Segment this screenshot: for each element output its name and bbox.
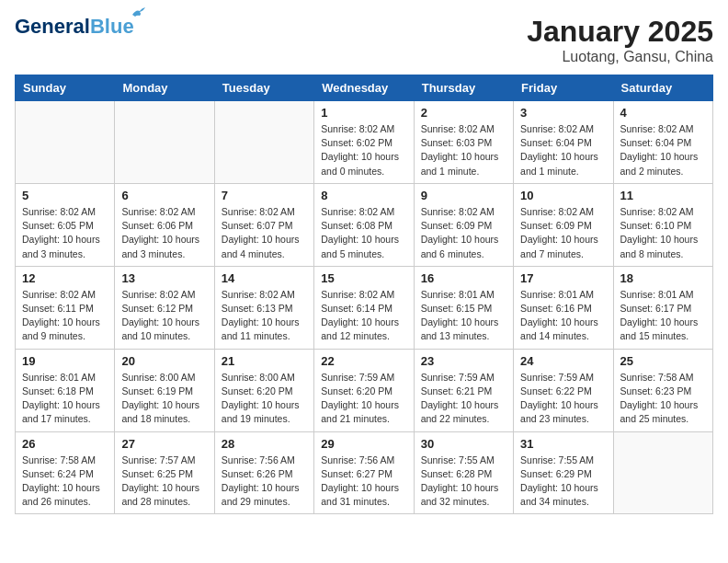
calendar-day-cell: 13Sunrise: 8:02 AMSunset: 6:12 PMDayligh… bbox=[115, 266, 214, 349]
day-number: 11 bbox=[620, 189, 706, 202]
weekday-header-thursday: Thursday bbox=[414, 75, 513, 101]
day-number: 25 bbox=[620, 354, 706, 368]
calendar-day-cell bbox=[16, 101, 115, 184]
calendar-table: SundayMondayTuesdayWednesdayThursdayFrid… bbox=[15, 75, 713, 514]
day-info: Sunrise: 8:02 AMSunset: 6:10 PMDaylight:… bbox=[620, 205, 706, 261]
day-info: Sunrise: 8:02 AMSunset: 6:02 PMDaylight:… bbox=[321, 122, 406, 178]
calendar-day-cell: 27Sunrise: 7:57 AMSunset: 6:25 PMDayligh… bbox=[115, 431, 214, 514]
day-info: Sunrise: 8:01 AMSunset: 6:15 PMDaylight:… bbox=[421, 288, 506, 344]
day-number: 28 bbox=[222, 437, 307, 451]
day-info: Sunrise: 7:59 AMSunset: 6:21 PMDaylight:… bbox=[421, 371, 506, 427]
calendar-day-cell bbox=[115, 101, 214, 184]
calendar-day-cell: 17Sunrise: 8:01 AMSunset: 6:16 PMDayligh… bbox=[514, 266, 613, 349]
day-number: 17 bbox=[520, 271, 606, 285]
day-info: Sunrise: 8:00 AMSunset: 6:20 PMDaylight:… bbox=[222, 371, 307, 427]
day-number: 4 bbox=[620, 106, 706, 120]
calendar-day-cell: 3Sunrise: 8:02 AMSunset: 6:04 PMDaylight… bbox=[514, 101, 613, 184]
day-info: Sunrise: 8:02 AMSunset: 6:05 PMDaylight:… bbox=[22, 205, 108, 261]
day-info: Sunrise: 8:02 AMSunset: 6:09 PMDaylight:… bbox=[520, 205, 606, 261]
day-number: 8 bbox=[321, 189, 406, 202]
day-number: 21 bbox=[222, 354, 307, 368]
day-info: Sunrise: 7:59 AMSunset: 6:20 PMDaylight:… bbox=[321, 371, 406, 427]
calendar-week-row: 1Sunrise: 8:02 AMSunset: 6:02 PMDaylight… bbox=[16, 101, 713, 184]
calendar-day-cell: 24Sunrise: 7:59 AMSunset: 6:22 PMDayligh… bbox=[514, 349, 613, 431]
day-number: 13 bbox=[121, 271, 207, 285]
calendar-week-row: 5Sunrise: 8:02 AMSunset: 6:05 PMDaylight… bbox=[16, 183, 713, 266]
calendar-day-cell: 25Sunrise: 7:58 AMSunset: 6:23 PMDayligh… bbox=[613, 349, 712, 431]
day-number: 18 bbox=[620, 271, 706, 285]
day-number: 24 bbox=[520, 354, 606, 368]
calendar-subtitle: Luotang, Gansu, China bbox=[527, 49, 713, 65]
day-number: 3 bbox=[520, 106, 606, 120]
day-info: Sunrise: 8:02 AMSunset: 6:13 PMDaylight:… bbox=[222, 288, 307, 344]
day-info: Sunrise: 7:58 AMSunset: 6:23 PMDaylight:… bbox=[620, 371, 706, 427]
day-number: 30 bbox=[421, 437, 506, 451]
calendar-day-cell: 10Sunrise: 8:02 AMSunset: 6:09 PMDayligh… bbox=[514, 183, 613, 266]
day-info: Sunrise: 8:02 AMSunset: 6:07 PMDaylight:… bbox=[222, 205, 307, 261]
day-number: 20 bbox=[121, 354, 207, 368]
day-number: 22 bbox=[321, 354, 406, 368]
day-info: Sunrise: 7:58 AMSunset: 6:24 PMDaylight:… bbox=[22, 454, 108, 510]
day-number: 5 bbox=[22, 189, 108, 202]
day-info: Sunrise: 8:02 AMSunset: 6:09 PMDaylight:… bbox=[421, 205, 506, 261]
day-number: 26 bbox=[22, 437, 108, 451]
weekday-header-friday: Friday bbox=[514, 75, 613, 101]
day-info: Sunrise: 8:00 AMSunset: 6:19 PMDaylight:… bbox=[121, 371, 207, 427]
title-block: January 2025 Luotang, Gansu, China bbox=[527, 15, 713, 65]
day-number: 27 bbox=[121, 437, 207, 451]
calendar-day-cell: 6Sunrise: 8:02 AMSunset: 6:06 PMDaylight… bbox=[115, 183, 214, 266]
calendar-day-cell: 12Sunrise: 8:02 AMSunset: 6:11 PMDayligh… bbox=[16, 266, 115, 349]
day-number: 16 bbox=[421, 271, 506, 285]
page-header: GeneralBlue January 2025 Luotang, Gansu,… bbox=[15, 15, 713, 65]
day-number: 29 bbox=[321, 437, 406, 451]
day-info: Sunrise: 8:02 AMSunset: 6:04 PMDaylight:… bbox=[520, 122, 606, 178]
calendar-day-cell: 26Sunrise: 7:58 AMSunset: 6:24 PMDayligh… bbox=[16, 431, 115, 514]
day-number: 9 bbox=[421, 189, 506, 202]
calendar-day-cell: 30Sunrise: 7:55 AMSunset: 6:28 PMDayligh… bbox=[414, 431, 513, 514]
day-info: Sunrise: 7:57 AMSunset: 6:25 PMDaylight:… bbox=[121, 454, 207, 510]
calendar-day-cell: 23Sunrise: 7:59 AMSunset: 6:21 PMDayligh… bbox=[414, 349, 513, 431]
calendar-day-cell: 16Sunrise: 8:01 AMSunset: 6:15 PMDayligh… bbox=[414, 266, 513, 349]
weekday-header-monday: Monday bbox=[115, 75, 214, 101]
logo-general-text: General bbox=[15, 15, 90, 38]
calendar-day-cell: 4Sunrise: 8:02 AMSunset: 6:04 PMDaylight… bbox=[613, 101, 712, 184]
calendar-day-cell: 8Sunrise: 8:02 AMSunset: 6:08 PMDaylight… bbox=[314, 183, 414, 266]
day-number: 2 bbox=[421, 106, 506, 120]
calendar-day-cell: 15Sunrise: 8:02 AMSunset: 6:14 PMDayligh… bbox=[314, 266, 414, 349]
day-info: Sunrise: 8:01 AMSunset: 6:18 PMDaylight:… bbox=[22, 371, 108, 427]
calendar-day-cell: 22Sunrise: 7:59 AMSunset: 6:20 PMDayligh… bbox=[314, 349, 414, 431]
day-number: 6 bbox=[121, 189, 207, 202]
calendar-day-cell: 31Sunrise: 7:55 AMSunset: 6:29 PMDayligh… bbox=[514, 431, 613, 514]
weekday-header-wednesday: Wednesday bbox=[314, 75, 414, 101]
calendar-day-cell: 18Sunrise: 8:01 AMSunset: 6:17 PMDayligh… bbox=[613, 266, 712, 349]
calendar-day-cell: 2Sunrise: 8:02 AMSunset: 6:03 PMDaylight… bbox=[414, 101, 513, 184]
day-info: Sunrise: 7:56 AMSunset: 6:26 PMDaylight:… bbox=[222, 454, 307, 510]
calendar-week-row: 12Sunrise: 8:02 AMSunset: 6:11 PMDayligh… bbox=[16, 266, 713, 349]
weekday-header-tuesday: Tuesday bbox=[214, 75, 313, 101]
day-info: Sunrise: 8:01 AMSunset: 6:17 PMDaylight:… bbox=[620, 288, 706, 344]
calendar-day-cell: 11Sunrise: 8:02 AMSunset: 6:10 PMDayligh… bbox=[613, 183, 712, 266]
day-info: Sunrise: 8:02 AMSunset: 6:11 PMDaylight:… bbox=[22, 288, 108, 344]
calendar-day-cell: 29Sunrise: 7:56 AMSunset: 6:27 PMDayligh… bbox=[314, 431, 414, 514]
weekday-header-row: SundayMondayTuesdayWednesdayThursdayFrid… bbox=[16, 75, 713, 101]
day-info: Sunrise: 8:02 AMSunset: 6:03 PMDaylight:… bbox=[421, 122, 506, 178]
calendar-day-cell: 19Sunrise: 8:01 AMSunset: 6:18 PMDayligh… bbox=[16, 349, 115, 431]
day-number: 23 bbox=[421, 354, 506, 368]
calendar-week-row: 26Sunrise: 7:58 AMSunset: 6:24 PMDayligh… bbox=[16, 431, 713, 514]
day-info: Sunrise: 7:56 AMSunset: 6:27 PMDaylight:… bbox=[321, 454, 406, 510]
logo-bird-icon bbox=[131, 7, 147, 20]
day-info: Sunrise: 8:02 AMSunset: 6:14 PMDaylight:… bbox=[321, 288, 406, 344]
day-info: Sunrise: 8:02 AMSunset: 6:04 PMDaylight:… bbox=[620, 122, 706, 178]
day-number: 7 bbox=[222, 189, 307, 202]
day-info: Sunrise: 8:02 AMSunset: 6:08 PMDaylight:… bbox=[321, 205, 406, 261]
calendar-day-cell: 5Sunrise: 8:02 AMSunset: 6:05 PMDaylight… bbox=[16, 183, 115, 266]
day-info: Sunrise: 7:55 AMSunset: 6:29 PMDaylight:… bbox=[520, 454, 606, 510]
weekday-header-sunday: Sunday bbox=[16, 75, 115, 101]
day-number: 12 bbox=[22, 271, 108, 285]
weekday-header-saturday: Saturday bbox=[613, 75, 712, 101]
calendar-day-cell: 9Sunrise: 8:02 AMSunset: 6:09 PMDaylight… bbox=[414, 183, 513, 266]
day-info: Sunrise: 8:02 AMSunset: 6:06 PMDaylight:… bbox=[121, 205, 207, 261]
calendar-day-cell: 1Sunrise: 8:02 AMSunset: 6:02 PMDaylight… bbox=[314, 101, 414, 184]
calendar-day-cell bbox=[613, 431, 712, 514]
calendar-day-cell: 28Sunrise: 7:56 AMSunset: 6:26 PMDayligh… bbox=[214, 431, 313, 514]
